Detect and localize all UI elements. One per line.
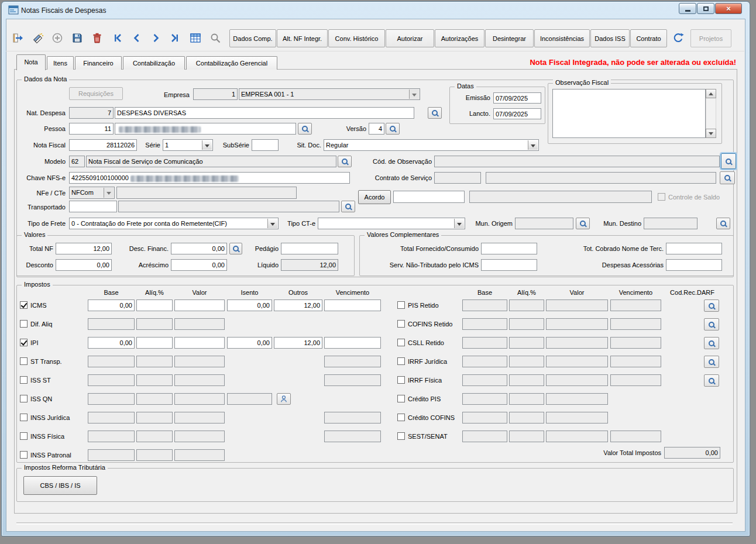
ipi-venc-field[interactable] xyxy=(324,337,381,349)
magnifier-icon xyxy=(345,204,351,209)
sest-senat-checkbox[interactable] xyxy=(397,432,405,440)
irrf-jur-dica-valor-field xyxy=(546,356,608,367)
cr-dito-pis-label: Crédito PIS xyxy=(408,395,441,402)
magnifier-icon xyxy=(726,159,731,164)
st-transp-checkbox[interactable] xyxy=(20,357,28,365)
cofins-retido-valor-field xyxy=(546,318,608,330)
desc-financ-search-button[interactable] xyxy=(229,243,242,254)
dif-aliq-base-field xyxy=(88,318,135,330)
inss-f-sica-valor-field xyxy=(174,431,225,442)
icms-outros-field[interactable]: 12,00 xyxy=(274,299,322,311)
cr-dito-pis-checkbox[interactable] xyxy=(397,395,405,402)
irrf-f-sica-valor-field xyxy=(546,374,608,386)
irrf-f-sica-venc-field xyxy=(610,374,661,386)
mun-origem-search-button[interactable] xyxy=(576,218,590,229)
scroll-down-icon[interactable] xyxy=(706,129,716,138)
contrato-servico-search-button[interactable] xyxy=(720,171,735,184)
icms-isento-field[interactable]: 0,00 xyxy=(227,299,272,311)
icms-valor-field[interactable] xyxy=(174,299,225,311)
csll-retido-label: CSLL Retido xyxy=(408,339,444,346)
irrf-jur-dica-label: IRRF Jurídica xyxy=(408,358,447,365)
cbs-ibs-is-button[interactable]: CBS / IBS / IS xyxy=(23,476,97,495)
iss-st-checkbox[interactable] xyxy=(20,376,28,384)
iss-st-aliq-field xyxy=(136,374,173,386)
csll-retido-checkbox[interactable] xyxy=(397,339,405,346)
iss-st-valor-field xyxy=(174,374,225,386)
irrf-f-sica-aliq-field xyxy=(509,374,544,386)
inss-patronal-checkbox[interactable] xyxy=(20,451,28,459)
inss-jur-dica-aliq-field xyxy=(136,412,173,424)
magnifier-icon xyxy=(709,322,714,328)
pis-retido-checkbox[interactable] xyxy=(397,301,405,309)
magnifier-icon xyxy=(342,159,348,164)
irrf-jur-dica-darf-search-button[interactable] xyxy=(704,356,719,368)
st-transp-valor-field xyxy=(174,356,225,367)
modelo-search-button[interactable] xyxy=(338,156,352,167)
magnifier-icon xyxy=(709,359,714,365)
dif-aliq-checkbox[interactable] xyxy=(20,320,28,328)
cr-dito-pis-aliq-field xyxy=(509,393,544,405)
cod-observacao-search-button[interactable] xyxy=(721,153,736,169)
cofins-retido-label: COFINS Retido xyxy=(408,321,452,328)
magnifier-icon xyxy=(390,126,396,132)
pis-retido-venc-field xyxy=(610,299,661,311)
iss-qn-base-field xyxy=(88,393,135,405)
cr-dito-cofins-checkbox[interactable] xyxy=(397,414,405,421)
pis-retido-aliq-field xyxy=(509,299,544,311)
st-transp-aliq-field xyxy=(136,356,173,367)
scroll-up-icon[interactable] xyxy=(706,89,716,98)
irrf-f-sica-darf-search-button[interactable] xyxy=(704,374,719,387)
ipi-outros-field[interactable]: 12,00 xyxy=(274,337,322,349)
cr-dito-cofins-label: Crédito COFINS xyxy=(408,414,455,421)
cofins-retido-base-field xyxy=(462,318,507,330)
inss-jur-dica-label: INSS Jurídica xyxy=(30,414,70,421)
csll-retido-darf-search-button[interactable] xyxy=(704,337,719,349)
magnifier-icon xyxy=(709,303,714,309)
cr-dito-cofins-base-field xyxy=(462,412,507,424)
ipi-checkbox[interactable] xyxy=(20,339,28,346)
pis-retido-label: PIS Retido xyxy=(408,302,439,309)
inss-f-sica-label: INSS Física xyxy=(30,433,64,440)
tab-nota[interactable]: Nota xyxy=(16,54,46,70)
pis-retido-base-field xyxy=(462,299,507,311)
inss-patronal-valor-field xyxy=(174,449,225,461)
iss-st-venc-field xyxy=(324,374,381,386)
nat-despesa-search-button[interactable] xyxy=(428,107,442,119)
magnifier-icon xyxy=(724,175,730,181)
csll-retido-venc-field xyxy=(610,337,661,349)
irrf-f-sica-base-field xyxy=(462,374,507,386)
irrf-f-sica-checkbox[interactable] xyxy=(397,376,405,384)
irrf-jur-dica-checkbox[interactable] xyxy=(397,357,405,365)
iss-st-label: ISS ST xyxy=(30,377,51,384)
cofins-retido-darf-search-button[interactable] xyxy=(704,318,719,330)
inss-jur-dica-checkbox[interactable] xyxy=(20,414,28,421)
cr-dito-cofins-aliq-field xyxy=(509,412,544,424)
iss-qn-person-button[interactable] xyxy=(277,393,291,405)
ipi-base-field[interactable]: 0,00 xyxy=(88,337,135,349)
st-transp-base-field xyxy=(88,356,135,367)
iss-qn-checkbox[interactable] xyxy=(20,395,28,402)
iss-qn-valor-field xyxy=(174,393,225,405)
pis-retido-valor-field xyxy=(546,299,608,311)
pessoa-search-button[interactable] xyxy=(298,123,312,135)
inss-f-sica-checkbox[interactable] xyxy=(20,432,28,440)
ipi-label: IPI xyxy=(30,339,38,346)
icms-checkbox[interactable] xyxy=(20,301,28,309)
versao-search-button[interactable] xyxy=(386,123,400,135)
icms-aliq-field[interactable] xyxy=(136,299,173,311)
inss-f-sica-venc-field xyxy=(324,431,381,442)
iss-st-base-field xyxy=(88,374,135,386)
pis-retido-darf-search-button[interactable] xyxy=(704,299,719,312)
ipi-isento-field[interactable]: 0,00 xyxy=(227,337,272,349)
ipi-valor-field[interactable] xyxy=(174,337,225,349)
icms-base-field[interactable]: 0,00 xyxy=(88,299,135,311)
mun-destino-search-button[interactable] xyxy=(716,218,730,229)
icms-venc-field[interactable] xyxy=(324,299,381,311)
ipi-aliq-field[interactable] xyxy=(136,337,173,349)
transportado-search-button[interactable] xyxy=(341,201,355,212)
sest-senat-aliq-field xyxy=(509,431,544,442)
cofins-retido-checkbox[interactable] xyxy=(397,320,405,328)
sest-senat-venc-field xyxy=(610,431,661,442)
valor-total-impostos-field: 0,00 xyxy=(664,447,720,459)
irrf-f-sica-label: IRRF Física xyxy=(408,377,442,384)
